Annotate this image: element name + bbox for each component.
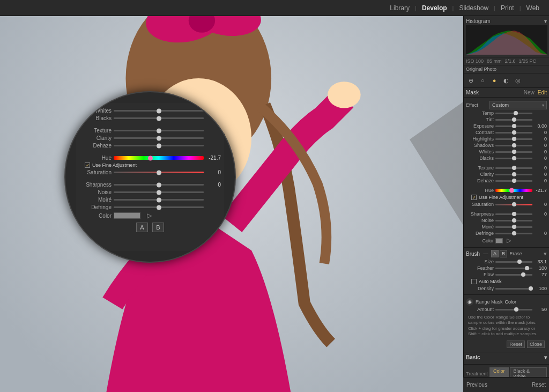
- range-mask-label: Range Mask: [476, 299, 503, 305]
- range-mask-amount-thumb[interactable]: [514, 307, 518, 312]
- brush-tool-icon[interactable]: ●: [489, 76, 499, 85]
- highlights-slider-row: Highlights 0: [466, 136, 547, 142]
- brush-b-button[interactable]: B: [500, 250, 507, 257]
- dehaze-track[interactable]: [495, 180, 532, 182]
- brush-flow-track[interactable]: [495, 274, 532, 276]
- temp-track[interactable]: [495, 113, 532, 114]
- range-mask-reset-button[interactable]: Reset: [507, 341, 525, 348]
- moire-track[interactable]: [495, 226, 532, 228]
- auto-mask-checkbox[interactable]: [471, 279, 477, 284]
- dehaze-thumb[interactable]: [512, 179, 516, 183]
- shadows-track[interactable]: [495, 145, 532, 146]
- exposure-track[interactable]: [495, 125, 532, 127]
- top-navigation: Library | Develop | Slideshow | Print | …: [0, 0, 549, 16]
- nav-item-web[interactable]: Web: [526, 4, 539, 12]
- clarity-thumb[interactable]: [512, 172, 516, 176]
- whites-track[interactable]: [495, 151, 532, 153]
- shadows-thumb[interactable]: [512, 143, 516, 147]
- mask-new-button[interactable]: New: [524, 90, 535, 95]
- auto-mask-row: Auto Mask: [466, 279, 547, 284]
- range-mask-section: ◉ Range Mask Color Amount 50 Use the Col…: [464, 295, 549, 352]
- texture-track[interactable]: [495, 167, 532, 169]
- brush-feather-thumb[interactable]: [525, 266, 529, 270]
- exposure-thumb[interactable]: [512, 124, 516, 128]
- tint-thumb[interactable]: [512, 117, 516, 122]
- tint-label: Tint: [466, 117, 494, 122]
- brush-flow-thumb[interactable]: [521, 272, 525, 277]
- moire-thumb[interactable]: [512, 225, 516, 229]
- tint-track[interactable]: [495, 119, 532, 121]
- defringe-label: Defringe: [466, 231, 494, 236]
- histogram-canvas: [466, 25, 547, 55]
- temp-label: Temp: [466, 110, 494, 116]
- brush-triangle-icon[interactable]: ▾: [544, 250, 547, 257]
- saturation-track[interactable]: [495, 204, 532, 205]
- contrast-value: 0: [534, 130, 547, 135]
- blacks-track[interactable]: [495, 158, 532, 159]
- temp-thumb[interactable]: [514, 111, 518, 115]
- brush-density-thumb[interactable]: [529, 286, 533, 291]
- contrast-thumb[interactable]: [512, 130, 516, 135]
- brush-erase-button[interactable]: Erase: [509, 251, 522, 256]
- sharpness-track[interactable]: [495, 213, 532, 215]
- hue-thumb[interactable]: [509, 188, 514, 193]
- sharpness-value: 0: [534, 211, 547, 217]
- range-mask-type: Color: [505, 299, 517, 305]
- reset-button[interactable]: Reset: [532, 382, 546, 388]
- contrast-track[interactable]: [495, 132, 532, 134]
- range-mask-icon[interactable]: ◉: [466, 298, 473, 306]
- mask-edit-button[interactable]: Edit: [538, 90, 547, 95]
- brush-feather-track[interactable]: [495, 268, 532, 269]
- gradient-tool-icon[interactable]: ◐: [501, 76, 511, 85]
- noise-thumb[interactable]: [512, 218, 516, 223]
- exposure-value: 0.00: [534, 123, 547, 129]
- range-mask-amount-value: 50: [534, 307, 547, 312]
- color-swatch[interactable]: [495, 238, 503, 243]
- brush-size-thumb[interactable]: [517, 260, 522, 264]
- right-panel: Histogram ▾ ISO 100 85 mm 2/1.6 1/25 PC …: [463, 16, 549, 392]
- sharpness-thumb[interactable]: [512, 212, 516, 216]
- texture-thumb[interactable]: [512, 166, 516, 170]
- hue-track[interactable]: [495, 189, 532, 192]
- range-mask-amount-track[interactable]: [495, 309, 532, 310]
- effect-dropdown[interactable]: Custom ▾: [489, 101, 547, 109]
- basic-title-text: Basic: [466, 354, 480, 360]
- crop-tool-icon[interactable]: ⊕: [466, 76, 476, 85]
- brush-density-track[interactable]: [495, 288, 532, 290]
- brush-a-button[interactable]: A: [491, 250, 499, 257]
- histogram-triangle-icon[interactable]: ▾: [544, 18, 547, 24]
- previous-button[interactable]: Previous: [466, 382, 487, 388]
- nav-item-slideshow[interactable]: Slideshow: [459, 4, 488, 12]
- mask-title: Mask: [466, 90, 479, 95]
- nav-item-library[interactable]: Library: [390, 4, 410, 12]
- highlights-thumb[interactable]: [512, 137, 516, 141]
- blacks-label: Blacks: [466, 156, 494, 161]
- color-arrow-icon[interactable]: ▷: [507, 237, 511, 244]
- range-mask-close-button[interactable]: Close: [527, 341, 545, 348]
- range-tool-icon[interactable]: ◎: [513, 76, 523, 85]
- mask-header: Mask New Edit: [464, 88, 549, 98]
- saturation-thumb[interactable]: [512, 202, 516, 206]
- noise-track[interactable]: [495, 220, 532, 221]
- blacks-thumb[interactable]: [512, 156, 516, 160]
- fine-adj-checkbox[interactable]: ✓: [471, 195, 477, 200]
- nav-item-develop[interactable]: Develop: [422, 4, 447, 12]
- highlights-track[interactable]: [495, 138, 532, 140]
- nav-item-print[interactable]: Print: [501, 4, 514, 12]
- clarity-value: 0: [534, 172, 547, 177]
- brush-size-label: Size: [466, 259, 494, 264]
- defringe-track[interactable]: [495, 233, 532, 234]
- clarity-track[interactable]: [495, 174, 532, 175]
- brush-size-track[interactable]: [495, 261, 532, 263]
- sharpness-slider-row: Sharpness 0: [466, 211, 547, 217]
- basic-section: Basic ▾: [464, 352, 549, 365]
- photo-aperture: 2/1.6: [505, 58, 516, 64]
- heal-tool-icon[interactable]: ○: [478, 76, 487, 85]
- noise-label: Noise: [466, 218, 494, 223]
- defringe-thumb[interactable]: [512, 231, 516, 235]
- whites-thumb[interactable]: [512, 150, 516, 154]
- dehaze-slider-row: Dehaze 0: [466, 178, 547, 183]
- clarity-slider-row: Clarity 0: [466, 172, 547, 177]
- brush-flow-row: Flow 77: [466, 272, 547, 277]
- basic-section-title[interactable]: Basic ▾: [466, 354, 547, 360]
